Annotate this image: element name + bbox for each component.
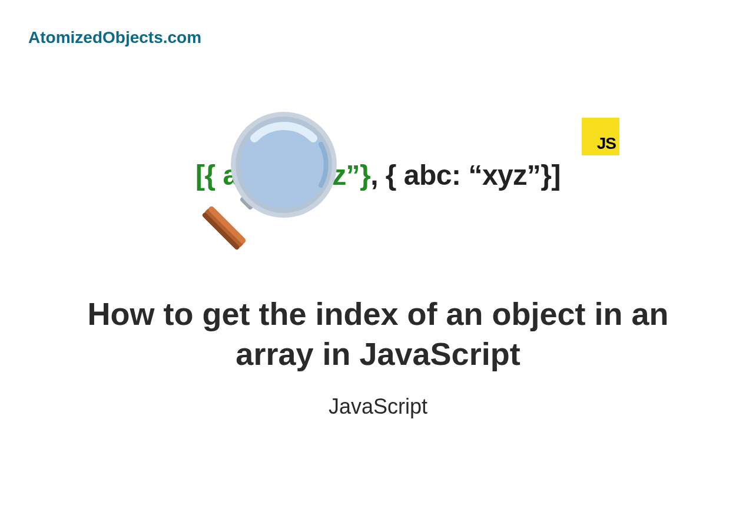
code-comma: , (370, 159, 386, 191)
code-object-plain: { abc: “xyz”} (386, 159, 552, 191)
hero-illustration: JS [{ abc: “xyz”}, { abc: “xyz”}] (142, 159, 614, 191)
svg-rect-2 (201, 212, 240, 251)
svg-rect-3 (239, 192, 257, 210)
article-title: How to get the index of an object in an … (84, 294, 672, 374)
js-logo-badge: JS (582, 118, 619, 155)
code-object-highlighted: { abc: “xyz”} (205, 159, 371, 191)
svg-rect-0 (201, 205, 247, 251)
article-category: JavaScript (329, 394, 427, 419)
js-logo-text: JS (597, 134, 616, 153)
code-bracket-left: [ (195, 159, 204, 191)
svg-rect-1 (207, 205, 247, 245)
site-name[interactable]: AtomizedObjects.com (28, 28, 201, 47)
code-snippet: [{ abc: “xyz”}, { abc: “xyz”}] (195, 159, 561, 191)
code-bracket-right: ] (551, 159, 560, 191)
